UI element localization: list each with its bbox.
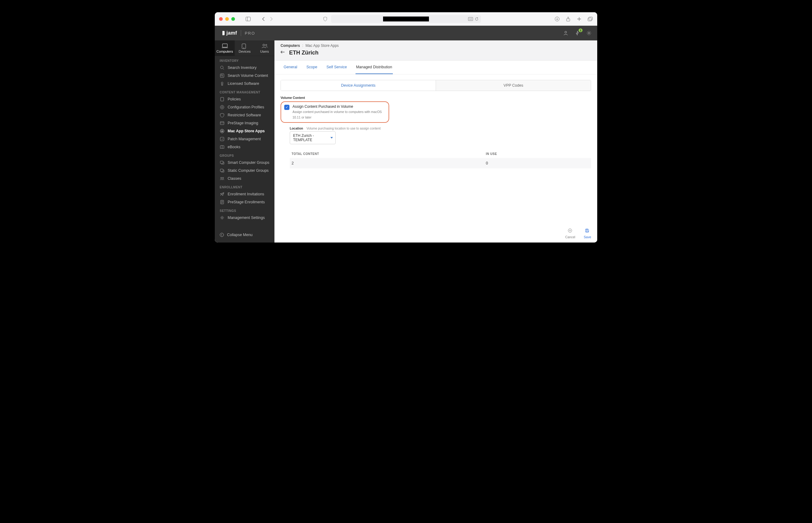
svg-point-16	[265, 44, 266, 46]
subtab-vpp-codes[interactable]: VPP Codes	[436, 80, 591, 91]
tab-general[interactable]: General	[283, 61, 298, 74]
nav-ebooks[interactable]: eBooks	[215, 143, 275, 151]
downloads-icon[interactable]	[554, 16, 560, 22]
svg-point-30	[223, 177, 224, 179]
breadcrumb-leaf[interactable]: Mac App Store Apps	[305, 43, 339, 48]
toptab-users[interactable]: Users	[254, 40, 275, 56]
svg-rect-18	[220, 74, 224, 77]
svg-rect-12	[223, 44, 227, 47]
minimize-window-button[interactable]	[225, 17, 229, 21]
tab-scope[interactable]: Scope	[306, 61, 318, 74]
shield-icon[interactable]	[322, 16, 328, 22]
toptab-label: Devices	[239, 50, 250, 53]
nav-prestage-imaging[interactable]: PreStage Imaging	[215, 119, 275, 127]
reload-icon[interactable]	[475, 17, 478, 21]
svg-rect-8	[588, 18, 592, 21]
section-inventory: INVENTORY	[215, 56, 275, 64]
th-total-content: TOTAL CONTENT	[291, 152, 486, 156]
reader-icon[interactable]	[468, 17, 473, 21]
svg-rect-2	[468, 17, 473, 20]
nav-enrollment-invitations[interactable]: Enrollment Invitations	[215, 190, 275, 198]
account-icon[interactable]	[563, 30, 568, 36]
section-settings: SETTINGS	[215, 206, 275, 214]
svg-point-3	[469, 18, 470, 19]
patch-icon	[220, 137, 225, 142]
device-icon	[242, 43, 248, 48]
svg-point-11	[588, 33, 590, 34]
app-header: jamf PRO 1	[215, 26, 597, 40]
section-content-management: CONTENT MANAGEMENT	[215, 88, 275, 95]
subtab-device-assignments[interactable]: Device Assignments	[281, 80, 436, 91]
svg-rect-35	[586, 229, 588, 230]
breadcrumb-root[interactable]: Computers	[281, 43, 300, 48]
svg-point-32	[222, 217, 223, 219]
section-enrollment: ENROLLMENT	[215, 182, 275, 190]
toptab-computers[interactable]: Computers	[215, 40, 235, 56]
svg-rect-24	[220, 122, 224, 125]
nav-mac-app-store-apps[interactable]: Mac App Store Apps	[215, 127, 275, 135]
nav-configuration-profiles[interactable]: Configuration Profiles	[215, 103, 275, 111]
nav-static-groups[interactable]: Static Computer Groups	[215, 166, 275, 175]
sidebar-toggle-icon[interactable]	[245, 16, 251, 22]
nav-search-inventory[interactable]: Search Inventory	[215, 64, 275, 72]
notifications-icon[interactable]: 1	[574, 30, 580, 36]
td-total-content: 2	[291, 161, 486, 165]
assign-volume-checkbox[interactable]: ✓	[284, 105, 289, 110]
save-button[interactable]: Save	[584, 229, 591, 239]
svg-rect-21	[221, 97, 224, 101]
nav-licensed-software[interactable]: Licensed Software	[215, 79, 275, 88]
svg-point-15	[263, 44, 265, 46]
share-icon[interactable]	[565, 16, 571, 22]
volume-search-icon	[220, 73, 225, 78]
th-in-use: IN USE	[486, 152, 589, 156]
save-icon	[585, 229, 590, 233]
page-title: ETH Zürich	[289, 50, 319, 56]
nav-smart-groups[interactable]: Smart Computer Groups	[215, 159, 275, 166]
volume-content-label: Volume Content	[281, 96, 591, 100]
breadcrumb-bar: Computers : Mac App Store Apps ETH Züric…	[275, 40, 597, 61]
users-icon	[262, 43, 268, 48]
appstore-icon	[220, 129, 225, 133]
close-window-button[interactable]	[219, 17, 223, 21]
svg-point-17	[221, 66, 223, 69]
classes-icon	[220, 176, 225, 181]
table-row: 2 0	[290, 158, 591, 168]
svg-point-29	[221, 177, 222, 179]
search-icon	[220, 65, 225, 70]
tab-self-service[interactable]: Self Service	[326, 61, 347, 74]
svg-point-14	[244, 48, 244, 48]
nav-patch-management[interactable]: Patch Management	[215, 135, 275, 143]
computer-icon	[222, 43, 228, 48]
location-label: Location	[290, 126, 303, 130]
location-dropdown[interactable]: ETH Zurich - TEMPLATE	[290, 131, 336, 144]
location-hint: Volume purchasing location to use to ass…	[306, 126, 381, 130]
profiles-icon	[220, 105, 225, 110]
new-tab-icon[interactable]	[577, 16, 582, 22]
forward-icon[interactable]	[269, 16, 274, 22]
nav-restricted-software[interactable]: Restricted Software	[215, 111, 275, 119]
nav-policies[interactable]: Policies	[215, 95, 275, 103]
toptab-devices[interactable]: Devices	[235, 40, 254, 56]
notification-badge: 1	[579, 29, 583, 32]
check-icon: ✓	[285, 105, 288, 109]
address-bar[interactable]	[331, 15, 481, 23]
svg-point-20	[221, 82, 223, 84]
cancel-button[interactable]: Cancel	[565, 229, 575, 239]
nav-search-volume-content[interactable]: Search Volume Content	[215, 72, 275, 79]
settings-gear-icon[interactable]	[586, 30, 592, 36]
nav-classes[interactable]: Classes	[215, 175, 275, 182]
collapse-menu[interactable]: Collapse Menu	[215, 229, 275, 242]
back-icon[interactable]	[261, 16, 266, 22]
tabs-icon[interactable]	[587, 16, 593, 22]
nav-management-settings[interactable]: Management Settings	[215, 214, 275, 222]
tab-managed-distribution[interactable]: Managed Distribution	[356, 61, 393, 74]
svg-point-23	[222, 107, 223, 108]
footer-actions: Cancel Save	[565, 229, 591, 239]
cancel-icon	[568, 229, 573, 233]
imaging-icon	[220, 121, 225, 126]
back-button[interactable]	[281, 51, 285, 55]
brand: jamf PRO	[220, 30, 255, 36]
svg-rect-27	[220, 161, 223, 163]
nav-prestage-enrollments[interactable]: PreStage Enrollments	[215, 198, 275, 206]
zoom-window-button[interactable]	[231, 17, 235, 21]
